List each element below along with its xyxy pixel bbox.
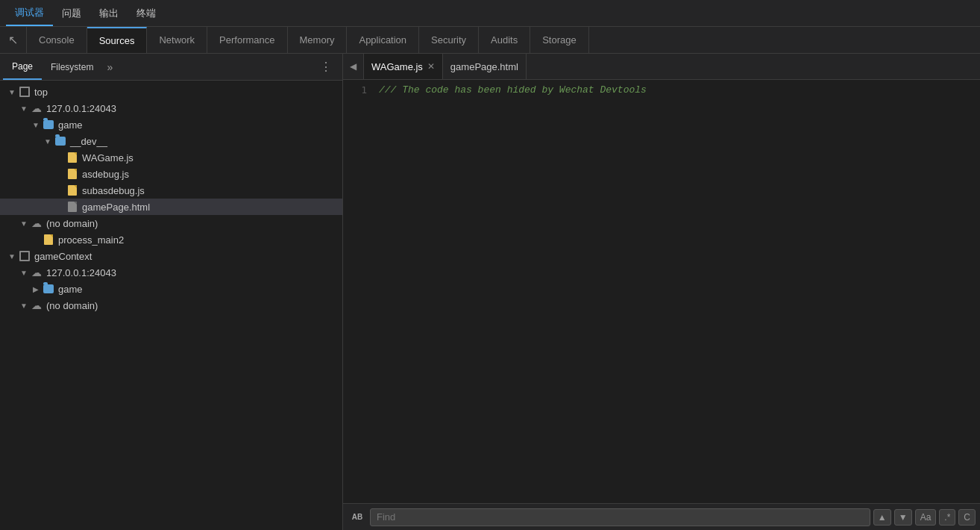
- frame-icon-top: [18, 87, 31, 97]
- tree-label-game2: game: [58, 284, 83, 295]
- tab-memory-label: Memory: [300, 34, 335, 46]
- tree-node-gamecontext[interactable]: ▼ gameContext: [0, 248, 342, 264]
- tree-arrow-server1: ▼: [18, 105, 30, 113]
- tree-node-game2[interactable]: ▶ game: [0, 281, 342, 297]
- tree-label-wagame: WAGame.js: [82, 152, 134, 163]
- frame-icon: [19, 87, 30, 97]
- file-js-icon-wagame: [66, 152, 79, 163]
- find-up-button[interactable]: ▲: [873, 509, 891, 526]
- editor-panel: ◀ WAGame.js ✕ gamePage.html 1 /// The co…: [343, 54, 980, 530]
- cloud-icon-nodomain1: ☁: [30, 217, 43, 229]
- menu-debugger-label: 调试器: [15, 6, 44, 19]
- sidebar-tab-bar: Page Filesystem » ⋮: [0, 54, 342, 81]
- tab-application-label: Application: [359, 34, 406, 46]
- find-icon-button[interactable]: AB: [348, 509, 367, 526]
- code-comment-line1: /// The code has been hided by Wechat De…: [379, 83, 974, 98]
- tree-node-nodomain2[interactable]: ▼ ☁ (no domain): [0, 297, 342, 314]
- tree-node-wagame[interactable]: WAGame.js: [0, 149, 342, 166]
- code-area: 1 /// The code has been hided by Wechat …: [343, 80, 980, 503]
- tree-label-top: top: [34, 87, 48, 98]
- frame-icon-gamecontext: [18, 251, 31, 261]
- file-js-icon: [68, 152, 77, 163]
- find-close-label: C: [964, 512, 970, 523]
- tab-network[interactable]: Network: [147, 27, 207, 53]
- tab-application[interactable]: Application: [347, 27, 419, 53]
- tree-label-process_main2: process_main2: [58, 234, 124, 246]
- cloud-icon-2: ☁: [31, 217, 42, 229]
- tree-label-nodomain2: (no domain): [46, 300, 98, 311]
- tab-network-label: Network: [159, 34, 195, 46]
- cloud-icon-server1: ☁: [30, 102, 43, 114]
- menu-item-output[interactable]: 输出: [90, 0, 128, 26]
- sidebar-more-label: »: [107, 61, 113, 73]
- file-js-icon-asdebug: [66, 169, 79, 179]
- sidebar-tab-filesystem[interactable]: Filesystem: [42, 54, 102, 80]
- menu-item-debugger[interactable]: 调试器: [6, 0, 53, 26]
- sidebar-tab-page-label: Page: [12, 61, 33, 72]
- tree-label-server1: 127.0.0.1:24043: [46, 103, 116, 114]
- editor-tab-gamepage-label: gamePage.html: [450, 61, 518, 72]
- tree-label-nodomain1: (no domain): [46, 218, 98, 229]
- tree-node-process_main2[interactable]: process_main2: [0, 231, 342, 248]
- tree-node-asdebug[interactable]: asdebug.js: [0, 166, 342, 182]
- tree-label-subasdebug: subasdebug.js: [82, 185, 145, 196]
- editor-tab-wagame-close[interactable]: ✕: [427, 62, 435, 71]
- tree-label-gamecontext: gameContext: [34, 251, 92, 262]
- tab-storage[interactable]: Storage: [530, 27, 589, 53]
- main-tab-bar: ↖ Console Sources Network Performance Me…: [0, 27, 980, 54]
- menu-item-problems[interactable]: 问题: [53, 0, 90, 26]
- tab-audits[interactable]: Audits: [479, 27, 530, 53]
- folder-icon-dev: [54, 137, 67, 146]
- tree-node-gamepage[interactable]: gamePage.html: [0, 199, 342, 215]
- tree-node-server2[interactable]: ▼ ☁ 127.0.0.1:24043: [0, 264, 342, 281]
- folder-icon-g2: [43, 284, 54, 293]
- tree-label-asdebug: asdebug.js: [82, 169, 129, 180]
- find-close-button[interactable]: C: [958, 509, 976, 526]
- file-js-icon-subasdebug-inner: [68, 185, 77, 196]
- tab-security-label: Security: [431, 34, 466, 46]
- tab-memory[interactable]: Memory: [288, 27, 348, 53]
- sidebar-more-button[interactable]: »: [102, 61, 117, 73]
- editor-tab-gamepage[interactable]: gamePage.html: [443, 54, 527, 79]
- folder-icon-dev-inner: [55, 137, 66, 146]
- file-js-icon-process_main2: [42, 234, 55, 245]
- find-matchcase-button[interactable]: Aa: [915, 509, 937, 526]
- editor-tab-wagame[interactable]: WAGame.js ✕: [364, 54, 443, 79]
- tab-sources[interactable]: Sources: [87, 27, 148, 53]
- sidebar-tab-filesystem-label: Filesystem: [51, 62, 93, 72]
- tree-node-dev[interactable]: ▼ __dev__: [0, 133, 342, 149]
- sidebar-options-button[interactable]: ⋮: [317, 60, 335, 74]
- tree-label-game: game: [58, 119, 83, 131]
- tab-console[interactable]: Console: [27, 27, 87, 53]
- code-content: /// The code has been hided by Wechat De…: [373, 83, 980, 500]
- tree-arrow-game2: ▶: [30, 285, 42, 293]
- tree-label-gamepage: gamePage.html: [82, 202, 150, 213]
- sidebar-tab-page[interactable]: Page: [3, 54, 42, 80]
- tree-node-subasdebug[interactable]: subasdebug.js: [0, 182, 342, 199]
- tab-storage-label: Storage: [542, 34, 577, 46]
- tree-arrow-top: ▼: [6, 88, 18, 96]
- editor-tab-wagame-label: WAGame.js: [371, 61, 423, 72]
- tree-node-top[interactable]: ▼ top: [0, 84, 342, 100]
- tab-security[interactable]: Security: [419, 27, 479, 53]
- file-js-icon-subasdebug: [66, 185, 79, 196]
- line-number-1: 1: [349, 83, 367, 98]
- menu-item-terminal[interactable]: 终端: [128, 0, 165, 26]
- tab-sources-label: Sources: [99, 35, 135, 46]
- tree-node-nodomain1[interactable]: ▼ ☁ (no domain): [0, 215, 342, 231]
- find-regex-button[interactable]: .*: [939, 509, 955, 526]
- tree-label-server2: 127.0.0.1:24043: [46, 267, 116, 278]
- tree-node-game[interactable]: ▼ game: [0, 116, 342, 133]
- cloud-icon-nodomain2: ☁: [30, 299, 43, 311]
- cloud-icon-server2: ☁: [30, 266, 43, 278]
- tab-performance[interactable]: Performance: [207, 27, 287, 53]
- sidebar-options-icon: ⋮: [320, 60, 332, 73]
- tree-node-server1[interactable]: ▼ ☁ 127.0.0.1:24043: [0, 100, 342, 116]
- find-down-button[interactable]: ▼: [894, 509, 912, 526]
- file-html-icon-gamepage: [66, 202, 79, 212]
- editor-tab-nav-back[interactable]: ◀: [343, 54, 364, 79]
- cloud-icon-3: ☁: [31, 266, 42, 278]
- top-menubar: 调试器 问题 输出 终端: [0, 0, 980, 27]
- tree-arrow-nodomain2: ▼: [18, 302, 30, 310]
- find-input[interactable]: [370, 508, 870, 526]
